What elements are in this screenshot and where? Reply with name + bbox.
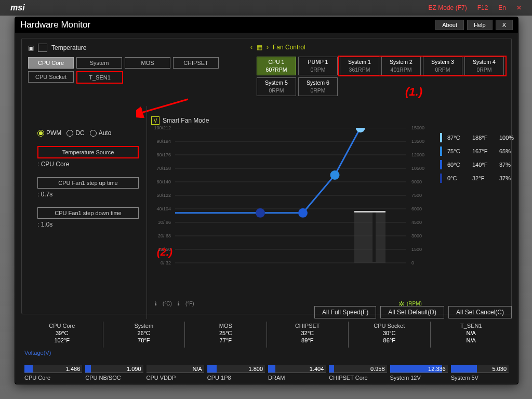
all-full-speed-button[interactable]: All Full Speed(F) bbox=[314, 306, 376, 318]
divider bbox=[147, 106, 147, 319]
temp-tab-t-sen1[interactable]: T_SEN1 bbox=[76, 71, 123, 84]
fan-tab-system-3[interactable]: System 30RPM bbox=[423, 57, 462, 75]
annotation-arrow bbox=[136, 97, 193, 118]
temp-readout: T_SEN1N/AN/A bbox=[430, 322, 512, 348]
legend-row: 75°C167°F65% bbox=[440, 144, 514, 158]
close-button[interactable]: X bbox=[496, 20, 513, 30]
titlebar: Hardware Monitor About Help X bbox=[15, 17, 518, 33]
temp-tab-system[interactable]: System bbox=[76, 57, 122, 69]
temp-readout: CPU Socket30°C86°F bbox=[348, 322, 430, 348]
annotation-1: (1.) bbox=[405, 85, 422, 99]
fan-curve-legend: 87°C188°F100%75°C167°F65%60°C140°F37%0°C… bbox=[440, 131, 514, 185]
fan-tab-system-4[interactable]: System 40RPM bbox=[464, 57, 504, 75]
step-down-time-value: : 1.0s bbox=[37, 221, 139, 228]
legend-row: 0°C32°F37% bbox=[440, 171, 514, 185]
curve-point[interactable] bbox=[356, 128, 365, 132]
fan-tab-system-1[interactable]: System 1361RPM bbox=[340, 57, 379, 75]
screenshot-f12[interactable]: F12 bbox=[477, 4, 488, 11]
temp-tab-cpu-core[interactable]: CPU Core bbox=[28, 57, 74, 69]
voltage-readout: 1.800CPU 1P8 bbox=[207, 365, 265, 386]
radio-auto[interactable]: Auto bbox=[90, 129, 112, 137]
thermometer-f-icon[interactable]: 🌡 bbox=[176, 301, 181, 307]
temperature-readout-strip: CPU Core39°C102°FSystem26°C78°FMOS25°C77… bbox=[21, 322, 512, 348]
voltage-strip: 1.486CPU Core1.090CPU NB/SOCN/ACPU VDDP1… bbox=[24, 365, 509, 386]
bottom-buttons: All Full Speed(F) All Set Default(D) All… bbox=[314, 306, 512, 318]
close-icon[interactable]: ✕ bbox=[516, 4, 522, 11]
ez-mode[interactable]: EZ Mode (F7) bbox=[429, 4, 467, 11]
fan-tab-pump-1[interactable]: PUMP 10RPM bbox=[298, 57, 338, 75]
curve-point[interactable] bbox=[256, 208, 265, 218]
next-icon[interactable]: › bbox=[267, 44, 269, 51]
curve-point[interactable] bbox=[330, 170, 340, 180]
svg-rect-13 bbox=[354, 211, 385, 263]
legend-row: 60°C140°F37% bbox=[440, 158, 514, 171]
logo: msi bbox=[10, 3, 25, 12]
fan-tabs: CPU 1607RPMPUMP 10RPMSystem 1361RPMSyste… bbox=[257, 57, 511, 96]
hardware-monitor-window: Hardware Monitor About Help X ▣ Temperat… bbox=[15, 17, 518, 384]
fan-mode-radios: PWM DC Auto bbox=[37, 129, 139, 137]
temp-tab-cpu-socket[interactable]: CPU Socket bbox=[28, 71, 74, 83]
step-up-time-value: : 0.7s bbox=[37, 191, 139, 198]
fan-tab-system-2[interactable]: System 2401RPM bbox=[381, 57, 421, 75]
temp-tab-chipset[interactable]: CHIPSET bbox=[173, 57, 219, 69]
step-up-time-button[interactable]: CPU Fan1 step up time bbox=[37, 177, 139, 189]
fan-wave-icon: ▦ bbox=[257, 44, 262, 51]
unit-bar: 🌡(°C) 🌡(°F) ✲(RPM) bbox=[153, 301, 194, 307]
thermometer-c-icon[interactable]: 🌡 bbox=[153, 301, 158, 307]
fan-curve-chart: V Smart Fan Mode 100/21290/19480/17670/1… bbox=[149, 116, 505, 309]
temp-readout: CPU Core39°C102°F bbox=[21, 322, 103, 348]
fan-tab-cpu-1[interactable]: CPU 1607RPM bbox=[257, 57, 296, 75]
legend-row: 87°C188°F100% bbox=[440, 131, 514, 144]
window-title: Hardware Monitor bbox=[20, 20, 432, 30]
radio-dc[interactable]: DC bbox=[66, 129, 84, 137]
fan-settings-column: PWM DC Auto Temperature Source (2.) : CP… bbox=[37, 129, 139, 228]
curve-point[interactable] bbox=[298, 208, 308, 218]
radio-pwm[interactable]: PWM bbox=[37, 129, 61, 137]
help-button[interactable]: Help bbox=[467, 20, 493, 30]
fan-tab-system-6[interactable]: System 60RPM bbox=[298, 77, 338, 96]
temperature-source-button[interactable]: Temperature Source bbox=[37, 146, 139, 158]
fan-tab-system-5[interactable]: System 50RPM bbox=[257, 77, 296, 96]
fan-control-header: ‹ ▦ › Fan Control bbox=[250, 44, 305, 51]
temp-readout: CHIPSET32°C89°F bbox=[267, 322, 349, 348]
temperature-tabs: CPU CoreSystemMOSCHIPSETCPU SocketT_SEN1 bbox=[28, 57, 225, 84]
step-down-time-button[interactable]: CPU Fan1 step down time bbox=[37, 207, 139, 219]
about-button[interactable]: About bbox=[435, 20, 464, 30]
voltage-readout: 1.090CPU NB/SOC bbox=[85, 365, 143, 386]
all-set-default-button[interactable]: All Set Default(D) bbox=[380, 306, 444, 318]
temperature-source-value: : CPU Core bbox=[37, 161, 139, 168]
bios-topbar: msi EZ Mode (F7) F12 En ✕ bbox=[0, 0, 532, 16]
svg-line-1 bbox=[141, 99, 188, 113]
voltage-label[interactable]: Voltage(V) bbox=[24, 350, 51, 356]
svg-rect-15 bbox=[354, 211, 385, 212]
main-panel: ▣ Temperature ‹ ▦ › Fan Control CPU Core… bbox=[21, 38, 512, 314]
temp-wave-icon bbox=[38, 44, 47, 52]
temp-tab-mos[interactable]: MOS bbox=[125, 57, 170, 69]
voltage-readout: N/ACPU VDDP bbox=[147, 365, 204, 386]
voltage-readout: 1.486CPU Core bbox=[24, 365, 82, 386]
temp-readout: System26°C78°F bbox=[103, 322, 185, 348]
smart-fan-mode-toggle[interactable]: V Smart Fan Mode bbox=[151, 116, 505, 125]
svg-rect-14 bbox=[373, 212, 376, 262]
collapse-icon[interactable]: ▣ bbox=[28, 44, 34, 51]
language[interactable]: En bbox=[498, 4, 506, 11]
temp-readout: MOS25°C77°F bbox=[184, 322, 267, 348]
voltage-readout: 5.030System 5V bbox=[451, 365, 509, 386]
all-set-cancel-button[interactable]: All Set Cancel(C) bbox=[448, 306, 512, 318]
prev-icon[interactable]: ‹ bbox=[250, 44, 252, 51]
voltage-readout: 0.958CHIPSET Core bbox=[329, 365, 387, 386]
voltage-readout: 1.404DRAM bbox=[268, 365, 326, 386]
checkbox-icon: V bbox=[151, 116, 159, 125]
voltage-readout: 12.336System 12V bbox=[390, 365, 448, 386]
fan-curve-plot[interactable] bbox=[149, 128, 409, 273]
